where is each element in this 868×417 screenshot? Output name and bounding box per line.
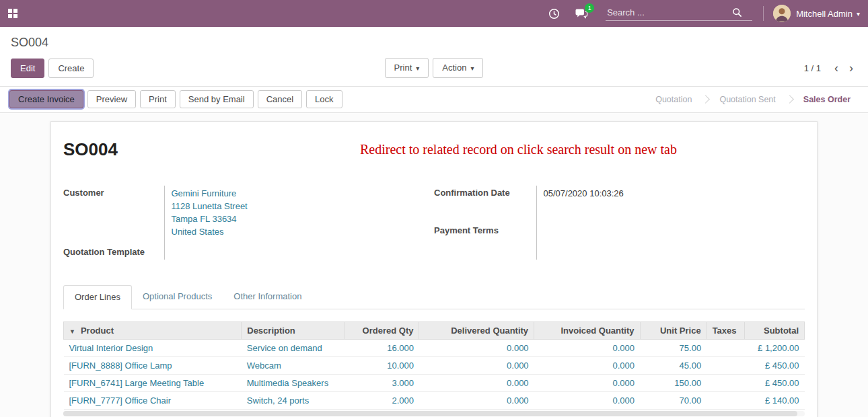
pager-previous-icon[interactable]: ‹ xyxy=(830,62,842,74)
edit-button[interactable]: Edit xyxy=(11,59,44,78)
cell-description: Multimedia Speakers xyxy=(242,375,345,392)
app-window: 1 M xyxy=(0,0,868,417)
cell-description: Webcam xyxy=(242,357,345,375)
create-button[interactable]: Create xyxy=(48,59,94,78)
pager-next-icon[interactable]: › xyxy=(845,62,857,74)
scrollbar-thumb[interactable] xyxy=(63,411,797,416)
order-lines-table: ▼Product Description Ordered Qty Deliver… xyxy=(63,321,805,410)
cell-unit-price: 75.00 xyxy=(640,340,707,357)
cell-delivered-qty: 0.000 xyxy=(419,340,534,357)
quotation-template-value xyxy=(172,245,435,257)
column-delivered-quantity[interactable]: Delivered Quantity xyxy=(419,322,534,340)
payment-terms-label: Payment Terms xyxy=(434,223,536,260)
column-taxes[interactable]: Taxes xyxy=(707,322,744,340)
table-row[interactable]: Virtual Interior Design Service on deman… xyxy=(64,340,805,357)
column-unit-price[interactable]: Unit Price xyxy=(640,322,707,340)
cell-invoiced-qty: 0.000 xyxy=(534,392,640,410)
print-button[interactable]: Print xyxy=(140,90,176,108)
state-sales-order[interactable]: Sales Order xyxy=(798,93,856,106)
cell-delivered-qty: 0.000 xyxy=(419,392,534,410)
cell-unit-price: 45.00 xyxy=(640,357,707,375)
action-dropdown-label: Action xyxy=(442,63,466,73)
cell-subtotal: £ 450.00 xyxy=(744,357,804,375)
cell-taxes xyxy=(707,375,744,392)
message-count-badge: 1 xyxy=(585,3,594,13)
notebook-tabs: Order Lines Optional Products Other Info… xyxy=(63,285,805,309)
user-name: Mitchell Admin xyxy=(796,9,853,19)
cell-subtotal: £ 450.00 xyxy=(744,375,804,392)
cell-product: Virtual Interior Design xyxy=(64,340,242,357)
search-icon[interactable] xyxy=(732,7,742,17)
control-panel: SO004 Edit Create Print▾ Action▾ 1 / 1 ‹… xyxy=(0,27,868,86)
sale-order-sheet: SO004 Redirect to related record on clic… xyxy=(50,121,818,417)
status-pipeline: Quotation Quotation Sent Sales Order xyxy=(650,93,859,106)
activities-clock-icon[interactable] xyxy=(548,8,560,20)
print-dropdown-label: Print xyxy=(394,63,412,73)
table-header-row: ▼Product Description Ordered Qty Deliver… xyxy=(64,322,805,340)
user-menu[interactable]: Mitchell Admin ▾ xyxy=(773,5,860,22)
payment-terms-value xyxy=(544,225,805,237)
tab-optional-products[interactable]: Optional Products xyxy=(132,285,223,309)
horizontal-scrollbar[interactable] xyxy=(63,411,805,416)
state-arrow-icon xyxy=(785,95,794,104)
table-row[interactable]: [FURN_8888] Office Lamp Webcam 10.000 0.… xyxy=(64,357,805,375)
cancel-button[interactable]: Cancel xyxy=(258,90,302,108)
column-description[interactable]: Description xyxy=(242,322,345,340)
messages-icon[interactable]: 1 xyxy=(575,8,588,20)
table-row[interactable]: [FURN_6741] Large Meeting Table Multimed… xyxy=(64,375,805,392)
user-avatar xyxy=(773,5,791,22)
cell-delivered-qty: 0.000 xyxy=(419,357,534,375)
search-input[interactable] xyxy=(607,7,732,17)
cell-invoiced-qty: 0.000 xyxy=(534,357,640,375)
cell-product: [FURN_8888] Office Lamp xyxy=(64,357,242,375)
state-quotation[interactable]: Quotation xyxy=(650,93,697,106)
cell-description: Service on demand xyxy=(242,340,345,357)
caret-down-icon: ▾ xyxy=(470,65,474,72)
tab-other-information[interactable]: Other Information xyxy=(223,285,312,309)
navbar-divider xyxy=(763,6,764,21)
cell-product: [FURN_7777] Office Chair xyxy=(64,392,242,410)
cell-ordered-qty: 2.000 xyxy=(345,392,419,410)
customer-country[interactable]: United States xyxy=(172,225,435,238)
page-title: SO004 xyxy=(63,139,118,160)
print-dropdown-button[interactable]: Print▾ xyxy=(385,58,429,78)
cell-product: [FURN_6741] Large Meeting Table xyxy=(64,375,242,392)
cell-ordered-qty: 10.000 xyxy=(345,357,419,375)
list-caret-icon[interactable]: ▼ xyxy=(69,328,75,335)
cell-subtotal: £ 1,200.00 xyxy=(744,340,804,357)
form-view: SO004 Redirect to related record on clic… xyxy=(0,113,868,417)
lock-button[interactable]: Lock xyxy=(306,90,342,108)
column-ordered-qty[interactable]: Ordered Qty xyxy=(345,322,419,340)
customer-street[interactable]: 1128 Lunetta Street xyxy=(172,200,435,213)
tab-order-lines[interactable]: Order Lines xyxy=(63,285,132,309)
apps-menu-icon[interactable] xyxy=(8,9,17,18)
preview-button[interactable]: Preview xyxy=(87,90,136,108)
cell-ordered-qty: 16.000 xyxy=(345,340,419,357)
top-navbar: 1 M xyxy=(0,0,868,27)
cell-ordered-qty: 3.000 xyxy=(345,375,419,392)
customer-link[interactable]: Gemini Furniture xyxy=(172,187,435,200)
statusbar: Create Invoice Preview Print Send by Ema… xyxy=(0,86,868,113)
field-group-left: Customer Gemini Furniture 1128 Lunetta S… xyxy=(63,186,434,260)
column-subtotal[interactable]: Subtotal xyxy=(744,322,804,340)
cell-subtotal: £ 140.00 xyxy=(744,392,804,410)
cell-delivered-qty: 0.000 xyxy=(419,375,534,392)
customer-city[interactable]: Tampa FL 33634 xyxy=(172,213,435,225)
column-product-label: Product xyxy=(81,326,114,336)
action-dropdown-button[interactable]: Action▾ xyxy=(433,58,483,78)
create-invoice-button[interactable]: Create Invoice xyxy=(9,90,83,108)
customer-label: Customer xyxy=(63,186,164,241)
cell-description: Switch, 24 ports xyxy=(242,392,345,410)
cell-unit-price: 150.00 xyxy=(640,375,707,392)
send-by-email-button[interactable]: Send by Email xyxy=(180,90,254,108)
customer-value: Gemini Furniture 1128 Lunetta Street Tam… xyxy=(164,186,434,241)
cell-taxes xyxy=(707,392,744,410)
column-invoiced-quantity[interactable]: Invoiced Quantity xyxy=(534,322,640,340)
table-row[interactable]: [FURN_7777] Office Chair Switch, 24 port… xyxy=(64,392,805,410)
confirmation-date-label: Confirmation Date xyxy=(434,186,536,223)
pager-counter: 1 / 1 xyxy=(804,63,821,73)
confirmation-date-value: 05/07/2020 10:03:26 xyxy=(544,188,624,198)
quotation-template-label: Quotation Template xyxy=(63,241,164,260)
state-quotation-sent[interactable]: Quotation Sent xyxy=(714,93,781,106)
column-product[interactable]: ▼Product xyxy=(64,322,242,340)
